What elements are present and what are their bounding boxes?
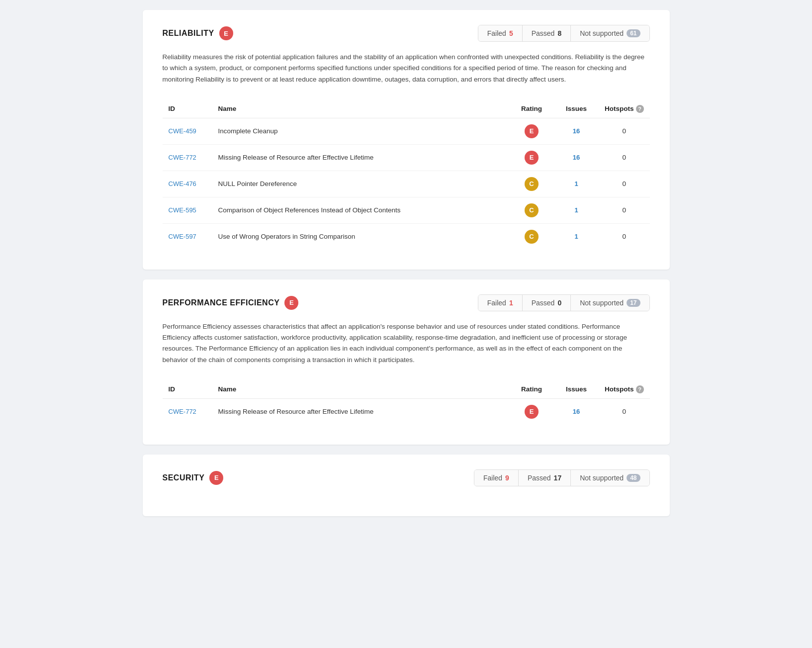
- cwe-rating-cell: E: [509, 398, 554, 425]
- cwe-link[interactable]: CWE-772: [169, 154, 196, 161]
- issues-count-link[interactable]: 16: [573, 154, 580, 161]
- cwe-name-cell: Missing Release of Resource after Effect…: [212, 144, 510, 171]
- stat-failed-reliability: Failed 5: [478, 25, 523, 41]
- col-header-rating: Rating: [509, 380, 554, 399]
- col-header-hotspots: Hotspots ?: [599, 380, 650, 399]
- col-header-hotspots: Hotspots ?: [599, 100, 650, 118]
- cwe-id-cell: CWE-597: [163, 223, 212, 250]
- cwe-hotspots-cell: 0: [599, 223, 650, 250]
- cwe-hotspots-cell: 0: [599, 118, 650, 144]
- failed-label: Failed: [487, 29, 506, 37]
- cwe-name-cell: NULL Pointer Dereference: [212, 171, 510, 197]
- passed-count: 0: [557, 299, 561, 307]
- passed-label: Passed: [532, 299, 555, 307]
- cwe-name-cell: Use of Wrong Operators in String Compari…: [212, 223, 510, 250]
- not-supported-label: Not supported: [580, 299, 624, 307]
- col-header-id: ID: [163, 380, 212, 399]
- stat-failed-performance-efficiency: Failed 1: [478, 295, 523, 311]
- hotspots-help-icon[interactable]: ?: [636, 105, 644, 113]
- table-row: CWE-459Incomplete CleanupE160: [163, 118, 650, 144]
- table-row: CWE-772Missing Release of Resource after…: [163, 398, 650, 425]
- issues-count-link[interactable]: 16: [573, 408, 580, 415]
- stat-passed-reliability: Passed 8: [523, 25, 571, 41]
- cwe-id-cell: CWE-459: [163, 118, 212, 144]
- stat-not-supported-reliability: Not supported 61: [571, 25, 649, 41]
- cwe-issues-cell: 16: [554, 118, 599, 144]
- cwe-id-cell: CWE-476: [163, 171, 212, 197]
- section-title-group-performance-efficiency: PERFORMANCE EFFICIENCYE: [163, 296, 299, 310]
- section-header-reliability: RELIABILITYEFailed 5Passed 8Not supporte…: [163, 25, 650, 42]
- passed-label: Passed: [532, 29, 555, 37]
- not-supported-count: 48: [627, 474, 640, 482]
- table-row: CWE-597Use of Wrong Operators in String …: [163, 223, 650, 250]
- stat-not-supported-performance-efficiency: Not supported 17: [571, 295, 649, 311]
- row-rating-badge: E: [525, 151, 539, 165]
- col-header-name: Name: [212, 380, 510, 399]
- failed-count: 5: [509, 29, 513, 37]
- issues-count-link[interactable]: 1: [574, 180, 578, 187]
- section-rating-badge-security: E: [209, 471, 223, 485]
- section-description-performance-efficiency: Performance Efficiency assesses characte…: [163, 321, 650, 366]
- cwe-name-cell: Missing Release of Resource after Effect…: [212, 398, 510, 425]
- row-rating-badge: C: [525, 230, 539, 244]
- failed-count: 9: [505, 474, 509, 482]
- hotspots-help-icon[interactable]: ?: [636, 385, 644, 393]
- cwe-link[interactable]: CWE-476: [169, 180, 196, 187]
- stats-group-performance-efficiency: Failed 1Passed 0Not supported 17: [478, 294, 650, 311]
- section-title-group-reliability: RELIABILITYE: [163, 26, 233, 40]
- col-header-name: Name: [212, 100, 510, 118]
- table-row: CWE-476NULL Pointer DereferenceC10: [163, 171, 650, 197]
- row-rating-badge: C: [525, 203, 539, 217]
- section-rating-badge-reliability: E: [219, 26, 233, 40]
- cwe-issues-cell: 16: [554, 398, 599, 425]
- cwe-hotspots-cell: 0: [599, 197, 650, 223]
- stats-group-security: Failed 9Passed 17Not supported 48: [474, 469, 650, 486]
- issues-count-link[interactable]: 1: [574, 233, 578, 240]
- cwe-rating-cell: E: [509, 144, 554, 171]
- issues-count-link[interactable]: 1: [574, 206, 578, 214]
- cwe-hotspots-cell: 0: [599, 144, 650, 171]
- hotspots-help: Hotspots ?: [605, 385, 644, 393]
- section-card-reliability: RELIABILITYEFailed 5Passed 8Not supporte…: [143, 10, 670, 270]
- section-title-reliability: RELIABILITY: [163, 29, 214, 38]
- stats-group-reliability: Failed 5Passed 8Not supported 61: [478, 25, 650, 42]
- section-description-reliability: Reliability measures the risk of potenti…: [163, 52, 650, 85]
- col-header-issues: Issues: [554, 100, 599, 118]
- cwe-id-cell: CWE-772: [163, 398, 212, 425]
- section-rating-badge-performance-efficiency: E: [284, 296, 298, 310]
- cwe-link[interactable]: CWE-595: [169, 206, 196, 214]
- passed-count: 17: [554, 474, 562, 482]
- data-table-performance-efficiency: IDNameRatingIssuesHotspots ?CWE-772Missi…: [163, 380, 650, 425]
- stat-passed-security: Passed 17: [519, 470, 571, 486]
- not-supported-label: Not supported: [580, 29, 624, 37]
- hotspots-help: Hotspots ?: [605, 105, 644, 113]
- passed-count: 8: [557, 29, 561, 37]
- cwe-link[interactable]: CWE-772: [169, 408, 196, 415]
- passed-label: Passed: [528, 474, 551, 482]
- cwe-rating-cell: C: [509, 197, 554, 223]
- issues-count-link[interactable]: 16: [573, 127, 580, 135]
- section-header-security: SECURITYEFailed 9Passed 17Not supported …: [163, 469, 650, 486]
- not-supported-label: Not supported: [580, 474, 624, 482]
- cwe-rating-cell: E: [509, 118, 554, 144]
- stat-failed-security: Failed 9: [474, 470, 519, 486]
- col-header-id: ID: [163, 100, 212, 118]
- not-supported-count: 17: [627, 299, 640, 307]
- cwe-id-cell: CWE-595: [163, 197, 212, 223]
- cwe-rating-cell: C: [509, 171, 554, 197]
- row-rating-badge: C: [525, 177, 539, 191]
- row-rating-badge: E: [525, 405, 539, 419]
- section-title-performance-efficiency: PERFORMANCE EFFICIENCY: [163, 298, 280, 307]
- section-card-performance-efficiency: PERFORMANCE EFFICIENCYEFailed 1Passed 0N…: [143, 279, 670, 445]
- col-header-issues: Issues: [554, 380, 599, 399]
- section-title-group-security: SECURITYE: [163, 471, 224, 485]
- section-title-security: SECURITY: [163, 473, 205, 482]
- cwe-hotspots-cell: 0: [599, 171, 650, 197]
- cwe-name-cell: Comparison of Object References Instead …: [212, 197, 510, 223]
- table-row: CWE-595Comparison of Object References I…: [163, 197, 650, 223]
- cwe-link[interactable]: CWE-459: [169, 127, 196, 135]
- not-supported-count: 61: [627, 29, 640, 37]
- cwe-link[interactable]: CWE-597: [169, 233, 196, 240]
- cwe-issues-cell: 1: [554, 197, 599, 223]
- failed-count: 1: [509, 299, 513, 307]
